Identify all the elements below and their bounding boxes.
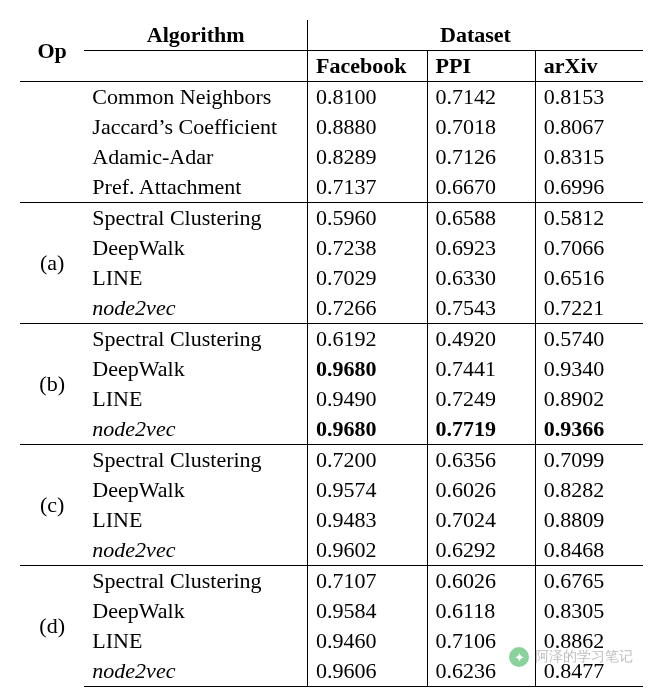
value-cell: 0.8305 — [535, 596, 643, 626]
value-cell: 0.6923 — [427, 233, 535, 263]
value-cell: 0.5960 — [307, 203, 427, 234]
table-row: LINE0.70290.63300.6516 — [20, 263, 643, 293]
value-cell: 0.6588 — [427, 203, 535, 234]
value-cell: 0.8289 — [307, 142, 427, 172]
value-cell: 0.7029 — [307, 263, 427, 293]
table-row: DeepWalk0.96800.74410.9340 — [20, 354, 643, 384]
value-cell: 0.7543 — [427, 293, 535, 324]
value-cell: 0.7221 — [535, 293, 643, 324]
value-cell: 0.6996 — [535, 172, 643, 203]
algorithm-cell: node2vec — [84, 656, 307, 687]
value-cell: 0.7142 — [427, 82, 535, 113]
value-cell: 0.7126 — [427, 142, 535, 172]
header-col-0: Facebook — [307, 51, 427, 82]
table-row: node2vec0.96020.62920.8468 — [20, 535, 643, 566]
value-cell: 0.7200 — [307, 445, 427, 476]
header-col-2: arXiv — [535, 51, 643, 82]
value-cell: 0.9490 — [307, 384, 427, 414]
op-cell — [20, 82, 84, 203]
results-table: Op Algorithm Dataset Facebook PPI arXiv … — [20, 20, 643, 687]
value-cell: 0.9460 — [307, 626, 427, 656]
value-cell: 0.5812 — [535, 203, 643, 234]
algorithm-cell: DeepWalk — [84, 475, 307, 505]
algorithm-cell: DeepWalk — [84, 354, 307, 384]
header-algorithm: Algorithm — [84, 20, 307, 51]
header-dataset: Dataset — [307, 20, 643, 51]
algorithm-cell: node2vec — [84, 414, 307, 445]
value-cell: 0.6026 — [427, 566, 535, 597]
table-row: DeepWalk0.95740.60260.8282 — [20, 475, 643, 505]
header-row-1: Op Algorithm Dataset — [20, 20, 643, 51]
table-row: (b)Spectral Clustering0.61920.49200.5740 — [20, 324, 643, 355]
algorithm-cell: LINE — [84, 384, 307, 414]
value-cell: 0.6026 — [427, 475, 535, 505]
table-row: LINE0.94900.72490.8902 — [20, 384, 643, 414]
algorithm-cell: Spectral Clustering — [84, 324, 307, 355]
algorithm-cell: DeepWalk — [84, 233, 307, 263]
value-cell: 0.9606 — [307, 656, 427, 687]
value-cell: 0.7024 — [427, 505, 535, 535]
value-cell: 0.8153 — [535, 82, 643, 113]
watermark: ✦ 阿泽的学习笔记 — [509, 647, 633, 667]
value-cell: 0.6292 — [427, 535, 535, 566]
value-cell: 0.6765 — [535, 566, 643, 597]
value-cell: 0.7441 — [427, 354, 535, 384]
watermark-text: 阿泽的学习笔记 — [535, 648, 633, 666]
op-cell: (a) — [20, 203, 84, 324]
header-blank — [84, 51, 307, 82]
algorithm-cell: Spectral Clustering — [84, 203, 307, 234]
op-cell: (c) — [20, 445, 84, 566]
value-cell: 0.8902 — [535, 384, 643, 414]
table-row: Pref. Attachment0.71370.66700.6996 — [20, 172, 643, 203]
value-cell: 0.8282 — [535, 475, 643, 505]
algorithm-cell: Spectral Clustering — [84, 566, 307, 597]
value-cell: 0.6192 — [307, 324, 427, 355]
algorithm-cell: Spectral Clustering — [84, 445, 307, 476]
wechat-icon: ✦ — [509, 647, 529, 667]
value-cell: 0.7066 — [535, 233, 643, 263]
algorithm-cell: node2vec — [84, 293, 307, 324]
value-cell: 0.6118 — [427, 596, 535, 626]
op-cell: (d) — [20, 566, 84, 687]
value-cell: 0.7107 — [307, 566, 427, 597]
value-cell: 0.9680 — [307, 354, 427, 384]
header-col-1: PPI — [427, 51, 535, 82]
value-cell: 0.9483 — [307, 505, 427, 535]
algorithm-cell: Adamic-Adar — [84, 142, 307, 172]
value-cell: 0.9574 — [307, 475, 427, 505]
value-cell: 0.9340 — [535, 354, 643, 384]
value-cell: 0.7018 — [427, 112, 535, 142]
table-row: DeepWalk0.72380.69230.7066 — [20, 233, 643, 263]
table-row: LINE0.94830.70240.8809 — [20, 505, 643, 535]
header-op: Op — [20, 20, 84, 82]
value-cell: 0.4920 — [427, 324, 535, 355]
table-row: (d)Spectral Clustering0.71070.60260.6765 — [20, 566, 643, 597]
value-cell: 0.7238 — [307, 233, 427, 263]
value-cell: 0.7719 — [427, 414, 535, 445]
table-row: Adamic-Adar0.82890.71260.8315 — [20, 142, 643, 172]
value-cell: 0.6356 — [427, 445, 535, 476]
value-cell: 0.8468 — [535, 535, 643, 566]
value-cell: 0.6670 — [427, 172, 535, 203]
algorithm-cell: LINE — [84, 505, 307, 535]
value-cell: 0.7099 — [535, 445, 643, 476]
table-row: Common Neighbors0.81000.71420.8153 — [20, 82, 643, 113]
header-row-2: Facebook PPI arXiv — [20, 51, 643, 82]
value-cell: 0.6330 — [427, 263, 535, 293]
value-cell: 0.9366 — [535, 414, 643, 445]
value-cell: 0.7266 — [307, 293, 427, 324]
algorithm-cell: Pref. Attachment — [84, 172, 307, 203]
value-cell: 0.9602 — [307, 535, 427, 566]
value-cell: 0.9584 — [307, 596, 427, 626]
value-cell: 0.7137 — [307, 172, 427, 203]
value-cell: 0.8809 — [535, 505, 643, 535]
value-cell: 0.6516 — [535, 263, 643, 293]
value-cell: 0.8100 — [307, 82, 427, 113]
algorithm-cell: Common Neighbors — [84, 82, 307, 113]
algorithm-cell: DeepWalk — [84, 596, 307, 626]
algorithm-cell: LINE — [84, 263, 307, 293]
table-row: node2vec0.72660.75430.7221 — [20, 293, 643, 324]
op-cell: (b) — [20, 324, 84, 445]
algorithm-cell: Jaccard’s Coefficient — [84, 112, 307, 142]
value-cell: 0.8880 — [307, 112, 427, 142]
